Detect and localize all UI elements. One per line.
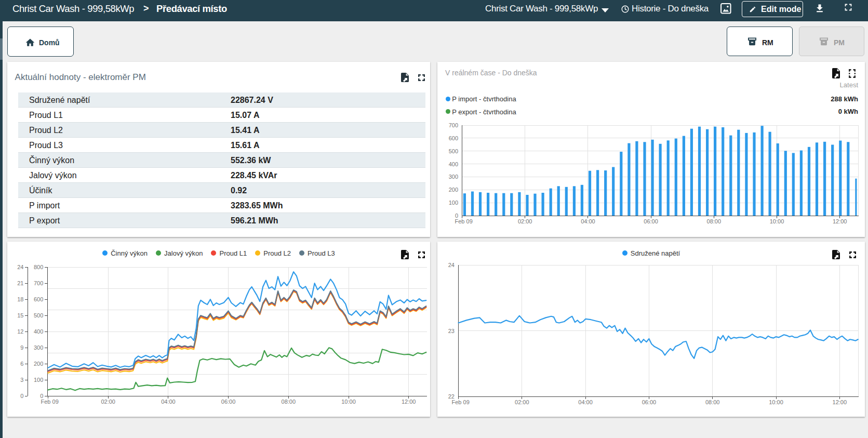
svg-text:0: 0 <box>20 393 23 399</box>
svg-text:100: 100 <box>34 377 43 383</box>
svg-text:400: 400 <box>34 328 43 335</box>
svg-text:06:00: 06:00 <box>642 399 657 405</box>
svg-text:12: 12 <box>17 328 23 335</box>
svg-text:6: 6 <box>20 361 23 367</box>
svg-text:04:00: 04:00 <box>581 218 595 224</box>
svg-text:06:00: 06:00 <box>221 399 236 405</box>
svg-text:9: 9 <box>20 344 23 351</box>
svg-text:0: 0 <box>40 393 43 399</box>
svg-text:400: 400 <box>449 161 458 167</box>
svg-text:04:00: 04:00 <box>161 399 176 405</box>
svg-text:21: 21 <box>17 280 23 286</box>
svg-text:100: 100 <box>449 200 458 206</box>
svg-text:500: 500 <box>34 312 43 318</box>
svg-text:Feb 09: Feb 09 <box>41 399 59 405</box>
svg-text:15: 15 <box>17 312 23 318</box>
svg-text:800: 800 <box>34 264 43 270</box>
svg-text:04:00: 04:00 <box>578 399 593 405</box>
svg-text:02:00: 02:00 <box>101 399 115 405</box>
svg-text:23: 23 <box>448 328 455 334</box>
svg-text:600: 600 <box>34 296 43 302</box>
svg-text:12:00: 12:00 <box>833 399 847 405</box>
svg-text:06:00: 06:00 <box>644 218 658 224</box>
svg-text:24: 24 <box>448 262 455 268</box>
svg-text:600: 600 <box>449 135 458 141</box>
svg-text:08:00: 08:00 <box>282 399 296 405</box>
svg-text:10:00: 10:00 <box>341 399 356 405</box>
svg-text:08:00: 08:00 <box>705 399 720 405</box>
svg-text:12:00: 12:00 <box>402 399 416 405</box>
svg-text:24: 24 <box>17 264 23 270</box>
svg-text:12:00: 12:00 <box>833 218 847 224</box>
svg-text:500: 500 <box>449 148 458 154</box>
svg-text:02:00: 02:00 <box>515 399 529 405</box>
svg-text:Feb 09: Feb 09 <box>455 218 473 224</box>
svg-text:10:00: 10:00 <box>770 218 784 224</box>
svg-text:300: 300 <box>34 344 43 351</box>
svg-text:700: 700 <box>34 280 43 286</box>
svg-text:300: 300 <box>449 174 458 180</box>
svg-text:700: 700 <box>449 122 458 128</box>
svg-text:200: 200 <box>449 187 458 193</box>
svg-text:18: 18 <box>17 296 23 302</box>
svg-text:Feb 09: Feb 09 <box>452 399 470 405</box>
svg-text:02:00: 02:00 <box>518 218 532 224</box>
svg-text:200: 200 <box>34 361 43 367</box>
svg-text:10:00: 10:00 <box>769 399 783 405</box>
svg-text:08:00: 08:00 <box>707 218 722 224</box>
svg-text:3: 3 <box>20 377 23 383</box>
